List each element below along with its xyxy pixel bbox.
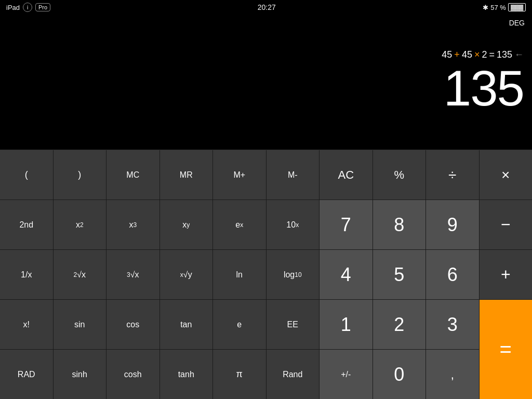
btn-divide[interactable]: ÷ <box>426 150 479 200</box>
btn-ac[interactable]: AC <box>320 150 373 200</box>
btn-mminus[interactable]: M- <box>267 150 320 200</box>
expr-n3: 2 <box>482 49 487 60</box>
btn-equals[interactable]: = <box>480 300 533 399</box>
btn-cosh[interactable]: cosh <box>107 350 159 399</box>
expr-n1: 45 <box>442 49 452 60</box>
btn-ex[interactable]: ex <box>213 200 266 249</box>
battery-label: 57 % <box>490 4 506 11</box>
expr-n2: 45 <box>462 49 472 60</box>
display-area: 45 + 45 × 2 = 135 ← 135 <box>0 15 532 113</box>
backspace-display: ← <box>514 49 524 60</box>
btn-cos[interactable]: cos <box>107 300 159 349</box>
btn-rand[interactable]: Rand <box>267 350 320 399</box>
btn-minus[interactable]: − <box>480 200 533 249</box>
btn-sin[interactable]: sin <box>54 300 107 349</box>
btn-mplus[interactable]: M+ <box>213 150 266 200</box>
status-left: iPad i Pro <box>6 3 50 12</box>
info-button[interactable]: i <box>23 3 32 12</box>
deg-label: DEG <box>509 19 525 27</box>
btn-percent[interactable]: % <box>373 150 426 200</box>
expr-result: 135 <box>497 49 512 60</box>
time-display: 20:27 <box>258 3 276 11</box>
btn-sign[interactable]: +/- <box>320 350 373 399</box>
btn-xfact[interactable]: x! <box>0 300 53 349</box>
btn-3[interactable]: 3 <box>426 300 479 349</box>
btn-sinh[interactable]: sinh <box>54 350 107 399</box>
btn-1[interactable]: 1 <box>320 300 373 349</box>
btn-4[interactable]: 4 <box>320 250 373 299</box>
main-number: 135 <box>444 63 524 113</box>
status-bar: iPad i Pro 20:27 ✱ 57 % ▓▓▓ <box>0 0 532 15</box>
btn-2[interactable]: 2 <box>373 300 426 349</box>
btn-tanh[interactable]: tanh <box>160 350 213 399</box>
calc-grid: ( ) MC MR M+ M- AC % ÷ × 2nd x2 x3 xy ex… <box>0 150 532 399</box>
btn-e[interactable]: e <box>213 300 266 349</box>
btn-tan[interactable]: tan <box>160 300 213 349</box>
btn-ee[interactable]: EE <box>267 300 320 349</box>
expr-op2: × <box>474 49 480 60</box>
battery-icon: ▓▓▓ <box>508 3 526 11</box>
btn-ln[interactable]: ln <box>213 250 266 299</box>
btn-open-paren[interactable]: ( <box>0 150 53 200</box>
btn-5[interactable]: 5 <box>373 250 426 299</box>
btn-mr[interactable]: MR <box>160 150 213 200</box>
btn-6[interactable]: 6 <box>426 250 479 299</box>
btn-mc[interactable]: MC <box>107 150 159 200</box>
btn-x3[interactable]: x3 <box>107 200 159 249</box>
expr-eq: = <box>489 49 495 60</box>
btn-multiply[interactable]: × <box>480 150 533 200</box>
btn-3sqrtx[interactable]: 3√x <box>107 250 159 299</box>
btn-2nd[interactable]: 2nd <box>0 200 53 249</box>
btn-0[interactable]: 0 <box>373 350 426 399</box>
btn-7[interactable]: 7 <box>320 200 373 249</box>
btn-xsqrty[interactable]: x√y <box>160 250 213 299</box>
pro-button[interactable]: Pro <box>35 3 50 11</box>
btn-comma[interactable]: , <box>426 350 479 399</box>
expression-line: 45 + 45 × 2 = 135 ← <box>442 49 524 60</box>
status-right: ✱ 57 % ▓▓▓ <box>483 3 526 11</box>
btn-2sqrtx[interactable]: 2√x <box>54 250 107 299</box>
btn-close-paren[interactable]: ) <box>54 150 107 200</box>
btn-pi[interactable]: π <box>213 350 266 399</box>
btn-1x[interactable]: 1/x <box>0 250 53 299</box>
device-label: iPad <box>6 4 20 11</box>
btn-rad[interactable]: RAD <box>0 350 53 399</box>
btn-10x[interactable]: 10x <box>267 200 320 249</box>
btn-x2[interactable]: x2 <box>54 200 107 249</box>
bluetooth-icon: ✱ <box>483 4 488 11</box>
btn-9[interactable]: 9 <box>426 200 479 249</box>
btn-log10[interactable]: log10 <box>267 250 320 299</box>
btn-xy[interactable]: xy <box>160 200 213 249</box>
btn-plus[interactable]: + <box>480 250 533 299</box>
expr-op1: + <box>454 49 460 60</box>
btn-8[interactable]: 8 <box>373 200 426 249</box>
